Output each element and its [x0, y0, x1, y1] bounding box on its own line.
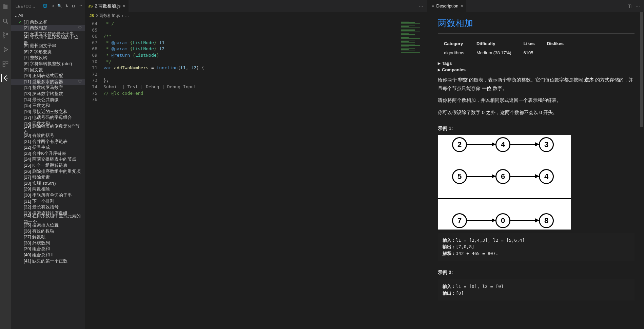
problem-label: [36] 有效的数独	[24, 228, 54, 234]
close-icon[interactable]: ×	[461, 3, 463, 8]
problem-item[interactable]: [28] 实现 strStr()	[11, 180, 85, 186]
svg-rect-7	[3, 64, 5, 66]
problem-item[interactable]: [35] 搜索插入位置	[11, 222, 85, 228]
js-file-icon: JS	[90, 14, 94, 18]
editor-body[interactable]: 64656667686970717273747576 * / /** * @pa…	[85, 19, 427, 329]
problem-item[interactable]: [39] 组合总和	[11, 246, 85, 252]
breadcrumb[interactable]: JS 2.两数相加.js › ...	[85, 12, 427, 19]
problem-item[interactable]: [23] 合并K个升序链表	[11, 150, 85, 157]
problem-item[interactable]: [10] 正则表达式匹配	[11, 73, 85, 79]
problem-label: [22] 括号生成	[24, 144, 50, 150]
panel-more-icon[interactable]: ⋯	[636, 3, 640, 8]
search-icon[interactable]: 🔍	[57, 4, 62, 8]
problem-item[interactable]: [24] 两两交换链表中的节点	[11, 157, 85, 163]
split-editor-icon[interactable]: ◫	[627, 3, 631, 8]
favorite-icon[interactable]: ♡	[78, 79, 82, 84]
refresh-icon[interactable]: ↻	[65, 4, 69, 8]
globe-icon[interactable]: 🌐	[43, 4, 47, 8]
example1-code: 输入：l1 = [2,4,3], l2 = [5,6,4] 输出：[7,0,8]…	[438, 233, 635, 261]
svg-point-3	[3, 37, 4, 38]
problem-item[interactable]: [20] 有效的括号	[11, 132, 85, 139]
problem-label: [12] 整数转罗马数字	[24, 85, 63, 91]
problem-label: [29] 两数相除	[24, 186, 50, 192]
problem-item[interactable]: [31] 下一个排列	[11, 198, 85, 204]
problem-label: [13] 罗马数字转整数	[24, 91, 63, 97]
problem-item[interactable]: [12] 整数转罗马数字	[11, 85, 85, 91]
panel-tab-description[interactable]: ≡ Description ×	[428, 0, 466, 12]
diagram-arrow	[467, 176, 495, 177]
problem-item[interactable]: [2] 两数相加♡	[11, 25, 85, 31]
companies-collapsible[interactable]: ▶Companies	[438, 67, 635, 72]
problem-item[interactable]: [14] 最长公共前缀	[11, 97, 85, 103]
activity-leetcode-icon[interactable]	[1, 74, 9, 82]
favorite-icon[interactable]: ♡	[78, 25, 82, 31]
panel-tab-label: Description	[436, 3, 458, 8]
problem-item[interactable]: [36] 有效的数独	[11, 228, 85, 234]
problem-item[interactable]: [37] 解数独	[11, 234, 85, 240]
td-dislikes: –	[541, 48, 570, 57]
diagram-arrow	[467, 220, 495, 221]
problem-item[interactable]: [25] K 个一组翻转链表	[11, 162, 85, 168]
activity-explorer-icon[interactable]	[1, 3, 9, 11]
problem-label: [35] 搜索插入位置	[24, 222, 59, 228]
problem-item[interactable]: [29] 两数相除	[11, 186, 85, 193]
problem-item[interactable]: [34] 在排序数组中查找元素的第一个...	[11, 216, 85, 222]
tags-collapsible[interactable]: ▶Tags	[438, 61, 635, 66]
problem-item[interactable]: [41] 缺失的第一个正数	[11, 258, 85, 264]
problem-item[interactable]: [30] 串联所有单词的子串	[11, 192, 85, 198]
problem-item[interactable]: [15] 三数之和	[11, 103, 85, 109]
problem-label: [28] 实现 strStr()	[24, 180, 56, 186]
activity-extensions-icon[interactable]	[1, 60, 9, 68]
diagram-arrow	[467, 144, 495, 145]
svg-rect-5	[3, 61, 5, 63]
problem-list[interactable]: ✓[1] 两数之和[2] 两数相加♡[3] 无重复字符的最长子串[4] 寻找两个…	[11, 19, 85, 329]
tab-file[interactable]: JS 2.两数相加.js ×	[85, 0, 129, 12]
collapse-icon[interactable]: ⊟	[72, 4, 75, 8]
problem-item[interactable]: [9] 回文数	[11, 67, 85, 73]
problem-item[interactable]: [32] 最长有效括号	[11, 204, 85, 210]
code-content[interactable]: * / /** * @param {ListNode} l1 * @param …	[103, 19, 400, 329]
panel-scrollbar[interactable]	[639, 12, 644, 329]
activity-debug-icon[interactable]	[1, 45, 9, 54]
td-likes: 6105	[518, 48, 541, 57]
problem-item[interactable]: [17] 电话号码的字母组合	[11, 115, 85, 121]
problem-item[interactable]: [40] 组合总和 II	[11, 252, 85, 258]
sign-in-icon[interactable]: ⇥	[51, 4, 54, 8]
close-icon[interactable]: ×	[122, 3, 125, 8]
problem-label: [17] 电话号码的字母组合	[24, 114, 72, 121]
problem-item[interactable]: [16] 最接近的三数之和	[11, 109, 85, 115]
problem-label: [5] 最长回文子串	[24, 43, 56, 49]
problem-item[interactable]: [26] 删除排序数组中的重复项	[11, 168, 85, 175]
problem-label: [27] 移除元素	[24, 174, 50, 180]
problem-item[interactable]: [6] Z 字形变换	[11, 49, 85, 55]
problem-item[interactable]: [27] 移除元素	[11, 174, 85, 180]
problem-label: [6] Z 字形变换	[24, 49, 52, 55]
more-icon[interactable]: ⋯	[78, 4, 82, 8]
sidebar-all-label: All	[18, 13, 23, 18]
th-dislikes: Dislikes	[541, 39, 570, 48]
problem-item[interactable]: [7] 整数反转	[11, 55, 85, 61]
problem-item[interactable]: [11] 盛最多水的容器♡	[11, 79, 85, 85]
problem-item[interactable]: [5] 最长回文子串	[11, 43, 85, 49]
description-p1: 给你两个 非空 的链表，表示两个非负的整数。它们每位数字都是按照 逆序 的方式存…	[438, 76, 635, 93]
editor-more-icon[interactable]: ⋯	[419, 3, 423, 8]
problem-label: [15] 三数之和	[24, 103, 50, 109]
problem-item[interactable]: [19] 删除链表的倒数第N个节点	[11, 127, 85, 133]
activity-branch-icon[interactable]	[1, 31, 9, 39]
js-file-icon: JS	[88, 4, 93, 8]
problem-item[interactable]: ✓[1] 两数之和	[11, 19, 85, 25]
problem-label: [41] 缺失的第一个正数	[24, 258, 67, 264]
activity-search-icon[interactable]	[1, 17, 9, 25]
diagram-node: 4	[495, 137, 510, 152]
minimap[interactable]	[400, 19, 427, 329]
problem-item[interactable]: [8] 字符串转换整数 (atoi)	[11, 61, 85, 67]
panel-body[interactable]: 两数相加 Category Difficulty Likes Dislikes …	[428, 12, 644, 329]
problem-item[interactable]: [22] 括号生成	[11, 144, 85, 150]
breadcrumb-file: 2.两数相加.js	[96, 13, 120, 19]
problem-item[interactable]: [4] 寻找两个正序数组的中位数	[11, 37, 85, 43]
problem-item[interactable]: [13] 罗马数字转整数	[11, 91, 85, 97]
sidebar-all-row[interactable]: ⌄ All	[11, 12, 85, 19]
panel-scrollbar-thumb[interactable]	[640, 12, 643, 127]
problem-item[interactable]: [38] 外观数列	[11, 240, 85, 246]
problem-item[interactable]: [21] 合并两个有序链表	[11, 139, 85, 145]
